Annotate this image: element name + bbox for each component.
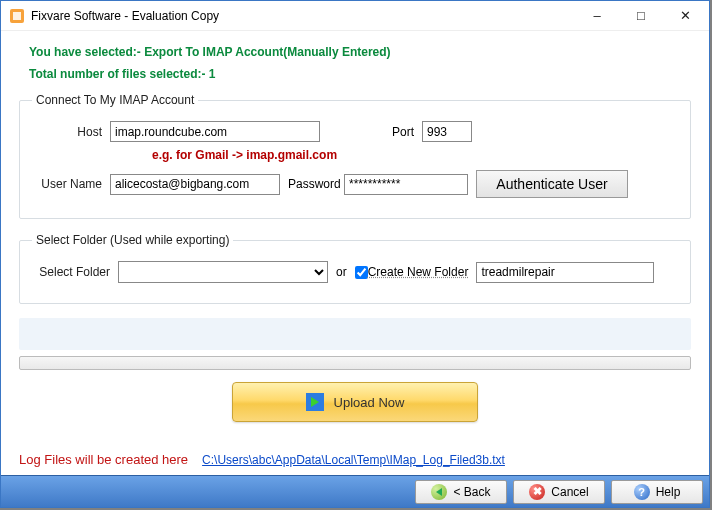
log-label: Log Files will be created here xyxy=(19,452,188,467)
title-bar: Fixvare Software - Evaluation Copy – □ ✕ xyxy=(1,1,709,31)
or-text: or xyxy=(336,265,347,279)
back-label: < Back xyxy=(453,485,490,499)
imap-connect-legend: Connect To My IMAP Account xyxy=(32,93,198,107)
password-label: Password xyxy=(280,177,344,191)
host-label: Host xyxy=(32,125,110,139)
authenticate-button[interactable]: Authenticate User xyxy=(476,170,628,198)
close-button[interactable]: ✕ xyxy=(663,2,707,30)
log-file-line: Log Files will be created here C:\Users\… xyxy=(19,452,505,467)
host-hint: e.g. for Gmail -> imap.gmail.com xyxy=(152,148,678,162)
upload-now-label: Upload Now xyxy=(334,395,405,410)
selection-message: You have selected:- Export To IMAP Accou… xyxy=(29,45,691,59)
password-input[interactable] xyxy=(344,174,468,195)
folder-select-legend: Select Folder (Used while exporting) xyxy=(32,233,233,247)
log-path-link[interactable]: C:\Users\abc\AppData\Local\Temp\IMap_Log… xyxy=(202,453,505,467)
help-label: Help xyxy=(656,485,681,499)
new-folder-name-input[interactable] xyxy=(476,262,654,283)
folder-dropdown[interactable] xyxy=(118,261,328,283)
svg-rect-1 xyxy=(13,12,21,20)
back-button[interactable]: < Back xyxy=(415,480,507,504)
username-label: User Name xyxy=(32,177,110,191)
help-button[interactable]: ? Help xyxy=(611,480,703,504)
cancel-label: Cancel xyxy=(551,485,588,499)
port-label: Port xyxy=(390,125,422,139)
maximize-button[interactable]: □ xyxy=(619,2,663,30)
minimize-button[interactable]: – xyxy=(575,2,619,30)
help-icon: ? xyxy=(634,484,650,500)
app-icon xyxy=(9,8,25,24)
cancel-icon: ✖ xyxy=(529,484,545,500)
imap-connect-group: Connect To My IMAP Account Host Port e.g… xyxy=(19,93,691,219)
create-new-folder-label[interactable]: Create New Folder xyxy=(368,265,469,279)
back-icon xyxy=(431,484,447,500)
folder-select-group: Select Folder (Used while exporting) Sel… xyxy=(19,233,691,304)
progress-bar xyxy=(19,356,691,370)
select-folder-label: Select Folder xyxy=(32,265,118,279)
status-panel xyxy=(19,318,691,350)
host-input[interactable] xyxy=(110,121,320,142)
port-input[interactable] xyxy=(422,121,472,142)
username-input[interactable] xyxy=(110,174,280,195)
files-count-message: Total number of files selected:- 1 xyxy=(29,67,691,81)
create-new-folder-checkbox[interactable] xyxy=(355,266,368,279)
window-controls: – □ ✕ xyxy=(575,2,707,30)
upload-now-button[interactable]: Upload Now xyxy=(232,382,478,422)
window-title: Fixvare Software - Evaluation Copy xyxy=(31,9,575,23)
app-window: Fixvare Software - Evaluation Copy – □ ✕… xyxy=(0,0,710,508)
progress-area xyxy=(19,318,691,370)
cancel-button[interactable]: ✖ Cancel xyxy=(513,480,605,504)
upload-icon xyxy=(306,393,324,411)
wizard-footer: < Back ✖ Cancel ? Help xyxy=(1,475,709,507)
